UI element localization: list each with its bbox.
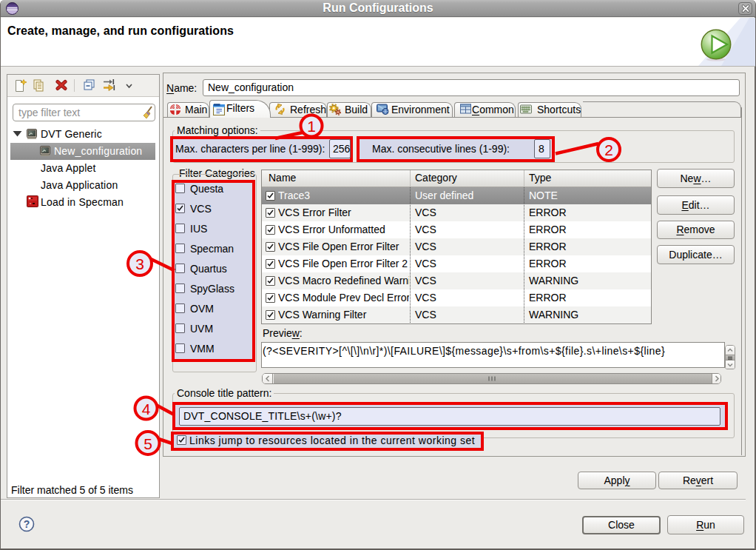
svg-text:?: ?: [24, 518, 30, 530]
